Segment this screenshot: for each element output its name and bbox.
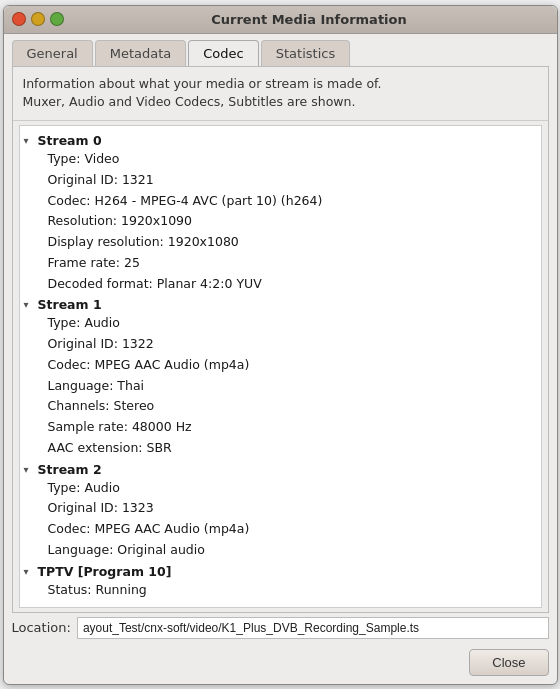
tab-general[interactable]: General	[12, 40, 93, 66]
stream-2-label: Stream 2	[38, 462, 102, 477]
tab-codec[interactable]: Codec	[188, 40, 258, 66]
list-item: AAC extension: SBR	[48, 438, 541, 459]
list-item: Decoded format: Planar 4:2:0 YUV	[48, 274, 541, 295]
stream-2-header[interactable]: ▾ Stream 2	[20, 461, 541, 478]
window-controls	[12, 12, 64, 26]
list-item: Type: Audio	[48, 313, 541, 334]
stream-0-header[interactable]: ▾ Stream 0	[20, 132, 541, 149]
window-title: Current Media Information	[70, 12, 549, 27]
stream-2-section: ▾ Stream 2 Type: Audio Original ID: 1323…	[20, 461, 541, 561]
list-item: Channels: Stereo	[48, 396, 541, 417]
tab-bar: General Metadata Codec Statistics	[4, 34, 557, 66]
stream-1-label: Stream 1	[38, 297, 102, 312]
stream-2-items: Type: Audio Original ID: 1323 Codec: MPE…	[20, 478, 541, 561]
list-item: Frame rate: 25	[48, 253, 541, 274]
stream-0-label: Stream 0	[38, 133, 102, 148]
tptv-section: ▾ TPTV [Program 10] Status: Running	[20, 563, 541, 601]
tab-metadata[interactable]: Metadata	[95, 40, 187, 66]
list-item: Type: Video	[48, 149, 541, 170]
tptv-items: Status: Running	[20, 580, 541, 601]
stream-1-section: ▾ Stream 1 Type: Audio Original ID: 1322…	[20, 296, 541, 458]
maximize-button[interactable]	[50, 12, 64, 26]
titlebar: Current Media Information	[4, 6, 557, 34]
list-item: Language: Thai	[48, 376, 541, 397]
list-item: Original ID: 1323	[48, 498, 541, 519]
info-description: Information about what your media or str…	[13, 67, 548, 122]
codec-tab-content: Information about what your media or str…	[12, 66, 549, 613]
list-item: Resolution: 1920x1090	[48, 211, 541, 232]
stream-0-items: Type: Video Original ID: 1321 Codec: H26…	[20, 149, 541, 294]
list-item: Status: Running	[48, 580, 541, 601]
tptv-arrow: ▾	[24, 566, 38, 577]
list-item: Language: Original audio	[48, 540, 541, 561]
main-window: Current Media Information General Metada…	[3, 5, 558, 685]
list-item: Sample rate: 48000 Hz	[48, 417, 541, 438]
list-item: Codec: MPEG AAC Audio (mp4a)	[48, 355, 541, 376]
list-item: Codec: H264 - MPEG-4 AVC (part 10) (h264…	[48, 191, 541, 212]
stream-2-arrow: ▾	[24, 464, 38, 475]
close-button[interactable]: Close	[469, 649, 548, 676]
stream-tree-scroll[interactable]: ▾ Stream 0 Type: Video Original ID: 1321…	[19, 125, 542, 608]
minimize-button[interactable]	[31, 12, 45, 26]
stream-0-section: ▾ Stream 0 Type: Video Original ID: 1321…	[20, 132, 541, 294]
list-item: Codec: MPEG AAC Audio (mp4a)	[48, 519, 541, 540]
list-item: Display resolution: 1920x1080	[48, 232, 541, 253]
list-item: Original ID: 1322	[48, 334, 541, 355]
stream-1-header[interactable]: ▾ Stream 1	[20, 296, 541, 313]
tab-statistics[interactable]: Statistics	[261, 40, 350, 66]
tptv-header[interactable]: ▾ TPTV [Program 10]	[20, 563, 541, 580]
close-window-button[interactable]	[12, 12, 26, 26]
list-item: Type: Audio	[48, 478, 541, 499]
location-label: Location:	[12, 620, 71, 635]
tptv-label: TPTV [Program 10]	[38, 564, 172, 579]
location-row: Location:	[12, 617, 549, 639]
stream-0-arrow: ▾	[24, 135, 38, 146]
list-item: Original ID: 1321	[48, 170, 541, 191]
location-input[interactable]	[77, 617, 549, 639]
stream-1-arrow: ▾	[24, 299, 38, 310]
stream-1-items: Type: Audio Original ID: 1322 Codec: MPE…	[20, 313, 541, 458]
stream-tree: ▾ Stream 0 Type: Video Original ID: 1321…	[20, 126, 541, 606]
button-row: Close	[4, 643, 557, 684]
